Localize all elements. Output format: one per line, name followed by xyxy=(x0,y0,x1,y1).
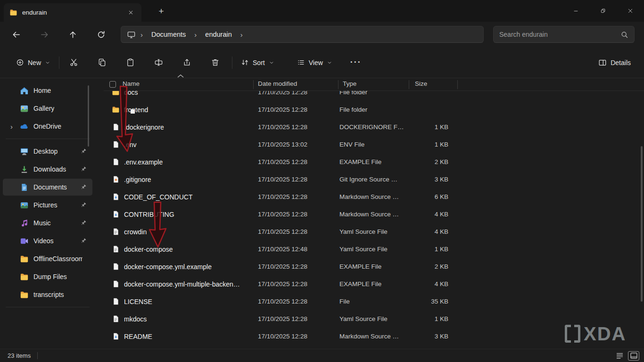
file-row-env[interactable]: .env17/10/2025 13:02ENV File1 KB xyxy=(104,136,640,153)
delete-icon[interactable] xyxy=(206,54,224,71)
sidebar-item-gallery[interactable]: Gallery xyxy=(3,100,92,117)
file-icon xyxy=(112,123,120,131)
address-bar[interactable]: › Documents › endurain › xyxy=(121,26,484,43)
refresh-icon[interactable] xyxy=(92,26,109,43)
up-icon[interactable] xyxy=(64,26,81,43)
file-row-readme[interactable]: README17/10/2025 12:28Markdown Source …3… xyxy=(104,328,640,345)
navigation-bar: › Documents › endurain › xyxy=(0,22,644,47)
copy-icon[interactable] xyxy=(92,54,111,71)
tab-close-icon[interactable] xyxy=(125,8,136,18)
file-row-contributing[interactable]: CONTRIBUTING17/10/2025 12:28Markdown Sou… xyxy=(104,206,640,223)
file-list-scrollbar[interactable] xyxy=(641,146,643,302)
file-row-gitignore[interactable]: .gitignore17/10/2025 12:28Git Ignore Sou… xyxy=(104,171,640,188)
file-row-crowdin[interactable]: crowdin17/10/2025 12:28Yaml Source File4… xyxy=(104,223,640,240)
new-tab-button[interactable]: + xyxy=(155,5,168,18)
file-row-docker-compose[interactable]: docker-compose17/10/2025 12:48Yaml Sourc… xyxy=(104,240,640,258)
new-plus-icon xyxy=(16,58,24,66)
file-row-frontend[interactable]: frontend17/10/2025 12:28File folder xyxy=(104,101,640,118)
file-type: Markdown Source … xyxy=(335,333,405,340)
list-view-toggle-icon[interactable] xyxy=(614,351,625,361)
sidebar-item-home[interactable]: Home xyxy=(3,82,92,99)
explorer-tab[interactable]: endurain xyxy=(4,3,141,22)
sidebar-item-onedrive[interactable]: ›OneDrive xyxy=(3,118,92,135)
file-icon xyxy=(112,297,120,305)
breadcrumb-chevron-icon: › xyxy=(140,31,144,39)
column-header-size[interactable]: Size xyxy=(415,80,427,87)
sidebar-item-offlineclassroom[interactable]: OfflineClassroom xyxy=(3,250,92,267)
column-header-type[interactable]: Type xyxy=(343,80,356,87)
expand-chevron-icon[interactable]: › xyxy=(7,123,20,131)
minimize-button[interactable] xyxy=(562,0,589,22)
pictures-icon xyxy=(20,201,29,210)
view-button[interactable]: View xyxy=(292,55,337,70)
close-button[interactable] xyxy=(617,0,644,22)
column-separator[interactable] xyxy=(457,80,458,89)
file-row-docker-compose-yml-example[interactable]: docker-compose.yml.example17/10/2025 12:… xyxy=(104,258,640,275)
sidebar-item-downloads[interactable]: Downloads xyxy=(3,161,92,178)
sidebar-scrollbar[interactable] xyxy=(88,85,89,147)
select-all-checkbox[interactable] xyxy=(109,81,116,88)
details-button-label: Details xyxy=(611,59,631,66)
file-name: .gitignore xyxy=(124,176,250,183)
paste-icon[interactable] xyxy=(121,54,140,71)
file-row-docker-compose-yml-multiple-backen[interactable]: docker-compose.yml-multiple-backen…17/10… xyxy=(104,275,640,293)
sidebar-item-pictures[interactable]: Pictures xyxy=(3,197,92,214)
view-icon xyxy=(297,58,305,66)
column-header-name[interactable]: Name xyxy=(123,80,140,87)
column-header-date-modified[interactable]: Date modified xyxy=(258,80,297,87)
sidebar-item-music[interactable]: Music xyxy=(3,214,92,231)
breadcrumb-item-endurain[interactable]: endurain xyxy=(201,29,235,40)
restore-button[interactable] xyxy=(589,0,617,22)
file-name: docker-compose xyxy=(124,246,250,253)
sort-ascending-icon xyxy=(177,73,184,77)
sort-button[interactable]: Sort xyxy=(236,55,279,70)
file-list-header: Name Date modified Type Size xyxy=(104,79,644,91)
search-icon[interactable] xyxy=(620,31,628,39)
file-type: DOCKERIGNORE F… xyxy=(335,123,405,131)
details-view-toggle-icon[interactable] xyxy=(628,351,639,361)
new-button-label: New xyxy=(28,59,41,66)
forward-icon[interactable] xyxy=(36,26,53,43)
rename-icon[interactable] xyxy=(149,54,168,71)
search-box[interactable] xyxy=(493,26,635,43)
share-icon[interactable] xyxy=(177,54,196,71)
search-input[interactable] xyxy=(499,31,620,38)
file-type: EXAMPLE File xyxy=(335,158,405,165)
sidebar-item-dump-files[interactable]: Dump Files xyxy=(3,268,92,285)
new-button[interactable]: New xyxy=(11,55,55,70)
file-type: Git Ignore Source … xyxy=(335,176,405,183)
gallery-icon xyxy=(20,104,29,113)
file-row-code-of-conduct[interactable]: CODE_OF_CONDUCT17/10/2025 12:28Markdown … xyxy=(104,188,640,206)
window-controls xyxy=(562,0,644,22)
file-type: EXAMPLE File xyxy=(335,280,405,288)
sidebar-item-transcripts[interactable]: transcripts xyxy=(3,286,92,303)
file-row-mkdocs[interactable]: mkdocs17/10/2025 12:28Yaml Source File1 … xyxy=(104,310,640,328)
sidebar-item-label: Desktop xyxy=(33,148,58,155)
more-options-icon[interactable]: ··· xyxy=(347,54,365,71)
sidebar-item-label: Documents xyxy=(33,183,67,191)
breadcrumb-item-documents[interactable]: Documents xyxy=(148,29,190,40)
sidebar-item-label: Videos xyxy=(33,237,54,245)
sidebar-item-desktop[interactable]: Desktop xyxy=(3,143,92,160)
chevron-down-icon xyxy=(269,60,274,66)
file-date-modified: 17/10/2025 12:28 xyxy=(250,333,335,340)
file-date-modified: 17/10/2025 12:28 xyxy=(250,193,335,200)
file-row-env-example[interactable]: .env.example17/10/2025 12:28EXAMPLE File… xyxy=(104,153,640,171)
file-type: Markdown Source … xyxy=(335,211,405,218)
back-icon[interactable] xyxy=(8,26,25,43)
onedrive-icon xyxy=(20,122,29,131)
file-row-license[interactable]: LICENSE17/10/2025 12:28File35 KB xyxy=(104,293,640,310)
column-separator[interactable] xyxy=(253,80,254,89)
file-size: 2 KB xyxy=(405,158,448,165)
column-separator[interactable] xyxy=(409,80,409,89)
cut-icon[interactable] xyxy=(64,54,83,71)
sidebar-item-documents[interactable]: Documents xyxy=(3,179,92,196)
file-row-dockerignore[interactable]: .dockerignore17/10/2025 12:28DOCKERIGNOR… xyxy=(104,118,640,136)
column-separator[interactable] xyxy=(338,80,339,89)
file-rows: docs17/10/2025 12:28File folderfrontend1… xyxy=(104,83,640,349)
sidebar-item-videos[interactable]: Videos xyxy=(3,232,92,249)
xda-bracket-left xyxy=(565,325,571,343)
file-size: 4 KB xyxy=(405,211,448,218)
xda-bracket-right xyxy=(574,325,580,343)
details-button[interactable]: Details xyxy=(594,55,636,71)
